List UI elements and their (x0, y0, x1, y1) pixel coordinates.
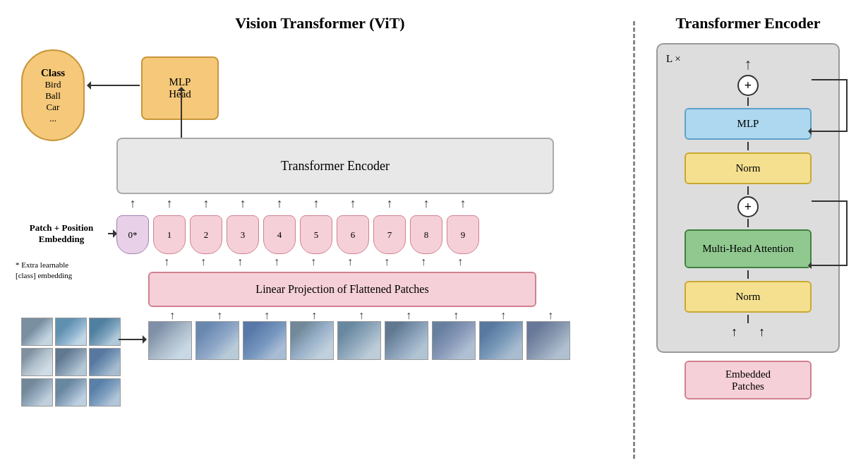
patch-token-8: 8 (410, 215, 442, 254)
token-arrow-6 (337, 196, 369, 213)
img-patch-6 (89, 348, 121, 376)
img-patch-8 (55, 378, 87, 407)
proj-arrow-6 (334, 255, 366, 270)
img-patch-9 (89, 378, 121, 407)
te-title: Transformer Encoder (649, 14, 847, 32)
proj-arrow-1 (150, 255, 183, 270)
patch-token-9: 9 (447, 215, 479, 254)
class-ball: Ball (45, 90, 61, 102)
vit-title: Vision Transformer (ViT) (21, 14, 619, 32)
class-car: Car (47, 102, 60, 113)
large-patch-4 (290, 321, 334, 360)
large-patch-7 (432, 321, 476, 360)
large-patch-9 (526, 321, 570, 360)
patch-pos-label: Patch + PositionEmbedding (16, 222, 107, 245)
te-norm1-label: Norm (736, 162, 761, 174)
token-arrow-5 (300, 196, 332, 213)
class-etc: ... (49, 113, 56, 124)
img-patch-5 (55, 348, 87, 376)
token-arrow-7 (373, 196, 406, 213)
patch-token-4: 4 (263, 215, 296, 254)
linear-proj-box: Linear Projection of Flattened Patches (148, 272, 536, 307)
skip-connection-top (808, 71, 850, 135)
connector-1 (747, 97, 749, 106)
token-arrow-1 (153, 196, 186, 213)
svg-marker-1 (808, 262, 812, 269)
te-mlp-label: MLP (737, 118, 759, 130)
te-mha-label: Multi-Head Attention (702, 243, 794, 255)
plus-circle-top: + (737, 75, 759, 96)
connector-3 (747, 186, 749, 195)
proj-arrow-7 (370, 255, 403, 270)
connector-6 (747, 315, 749, 323)
te-mha-block: Multi-Head Attention (685, 229, 812, 268)
patch-token-2: 2 (190, 215, 222, 254)
mha-arrow-right: ↑ (759, 325, 765, 339)
large-patch-5 (337, 321, 381, 360)
proj-arrow-5 (297, 255, 330, 270)
te-outer-box: L × ↑ + MLP Norm (656, 43, 840, 353)
proj-arrow-3 (224, 255, 256, 270)
mha-arrow-left: ↑ (731, 325, 737, 339)
te-mlp-block: MLP (685, 108, 812, 140)
proj-arrow-9 (444, 255, 476, 270)
token-arrow-0 (116, 196, 149, 213)
patch-token-6: 6 (337, 215, 369, 254)
token-up-arrows (116, 196, 479, 213)
embedded-patches-box: EmbeddedPatches (685, 361, 812, 399)
large-patch-2 (195, 321, 239, 360)
large-patches-row (148, 321, 570, 360)
lx-label: L × (666, 53, 681, 65)
patch-pos-arrow (108, 233, 116, 234)
vit-section: Vision Transformer (ViT) Class Bird Ball… (7, 7, 633, 456)
class-oval: Class Bird Ball Car ... (21, 49, 85, 141)
proj-arrow-2 (187, 255, 219, 270)
img-patch-2 (55, 318, 87, 346)
plus-symbol-bottom: + (745, 200, 752, 215)
img-patch-1 (21, 318, 53, 346)
connector-4 (747, 219, 749, 227)
mha-input-arrows: ↑ ↑ (731, 325, 765, 339)
te-norm2-block: Norm (685, 281, 812, 313)
te-norm2-label: Norm (736, 291, 761, 303)
token-arrow-3 (227, 196, 259, 213)
transformer-encoder-box: Transformer Encoder (116, 138, 554, 194)
extra-learnable-label: * Extra learnable[class] embedding (16, 260, 114, 282)
plus-circle-bottom: + (737, 196, 759, 217)
arrow-mlp-to-class (88, 85, 140, 86)
token-arrow-4 (263, 196, 296, 213)
svg-marker-0 (808, 128, 812, 135)
image-patches-grid (21, 318, 121, 407)
token-arrow-9 (447, 196, 479, 213)
img-patch-4 (21, 348, 53, 376)
patch-token-0: 0* (116, 215, 149, 254)
connector-5 (747, 270, 749, 279)
patch-token-5: 5 (300, 215, 332, 254)
patch-embed-row: 0* 1 2 3 4 5 6 7 8 9 (116, 215, 479, 254)
transformer-encoder-section: Transformer Encoder L × ↑ + MLP (635, 7, 861, 456)
large-patch-6 (385, 321, 428, 360)
output-arrow: ↑ (745, 55, 752, 73)
arrow-img-patches (119, 339, 145, 340)
skip-connection-bottom (808, 193, 850, 269)
img-patch-7 (21, 378, 53, 407)
large-patch-3 (243, 321, 287, 360)
large-patch-1 (148, 321, 192, 360)
token-arrow-2 (190, 196, 222, 213)
patch-token-1: 1 (153, 215, 186, 254)
plus-symbol-top: + (745, 78, 752, 93)
proj-to-token-arrows (150, 255, 476, 270)
patch-token-7: 7 (373, 215, 406, 254)
te-norm1-block: Norm (685, 152, 812, 184)
class-label: Class (41, 67, 65, 79)
linear-proj-label: Linear Projection of Flattened Patches (255, 283, 428, 296)
arrow-encoder-to-mlp (181, 88, 182, 138)
transformer-encoder-label: Transformer Encoder (281, 159, 390, 174)
large-patch-8 (479, 321, 523, 360)
img-patch-3 (89, 318, 121, 346)
patch-token-3: 3 (227, 215, 259, 254)
token-arrow-8 (410, 196, 442, 213)
proj-arrow-4 (260, 255, 293, 270)
connector-2 (747, 142, 749, 150)
embedded-patches-label: EmbeddedPatches (725, 368, 771, 392)
